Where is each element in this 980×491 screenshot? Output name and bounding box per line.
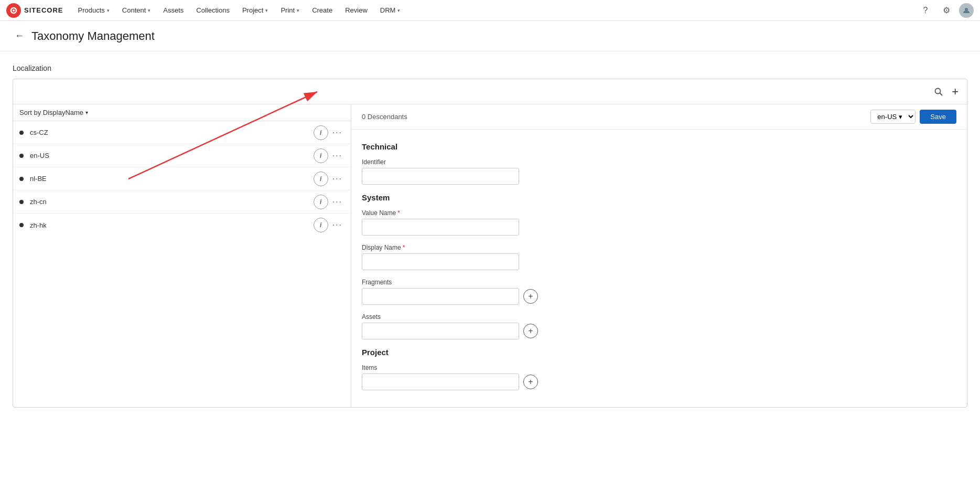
add-assets-button[interactable]: + bbox=[523, 324, 538, 338]
chevron-down-icon: ▾ bbox=[107, 8, 110, 13]
top-navigation: SITECORE Products ▾ Content ▾ Assets Col… bbox=[0, 0, 980, 21]
item-actions: i ··· bbox=[314, 172, 344, 186]
value-name-field-group: Value Name * bbox=[362, 209, 956, 236]
info-button[interactable]: i bbox=[314, 148, 328, 163]
sort-button[interactable]: Sort by DisplayName ▾ bbox=[19, 109, 88, 116]
list-item: nl-BE i ··· bbox=[13, 167, 351, 190]
bullet-icon bbox=[19, 154, 24, 158]
fragments-field-row: + bbox=[362, 288, 956, 305]
save-button[interactable]: Save bbox=[920, 110, 956, 124]
chevron-down-icon: ▾ bbox=[148, 8, 150, 13]
panel-body: Sort by DisplayName ▾ cs-CZ i ··· en-US bbox=[13, 104, 967, 407]
nav-right-icons: ? ⚙ bbox=[917, 2, 974, 19]
svg-point-3 bbox=[935, 88, 941, 93]
detail-body: Technical Identifier System Value Name * bbox=[351, 130, 967, 407]
back-button[interactable]: ← bbox=[13, 28, 26, 44]
assets-field-row: + bbox=[362, 323, 956, 339]
detail-header: 0 Descendants en-US ▾ Save bbox=[351, 104, 967, 130]
nav-item-review[interactable]: Review bbox=[339, 0, 374, 21]
fragments-label: Fragments bbox=[362, 279, 956, 286]
page-header: ← Taxonomy Management bbox=[0, 21, 980, 51]
bullet-icon bbox=[19, 177, 24, 181]
info-button[interactable]: i bbox=[314, 218, 328, 232]
bullet-icon bbox=[19, 200, 24, 204]
more-button[interactable]: ··· bbox=[330, 173, 344, 185]
user-avatar[interactable] bbox=[959, 3, 974, 18]
nav-item-products[interactable]: Products ▾ bbox=[71, 0, 115, 21]
item-actions: i ··· bbox=[314, 148, 344, 163]
list-item: zh-cn i ··· bbox=[13, 190, 351, 214]
add-fragments-button[interactable]: + bbox=[523, 289, 538, 304]
chevron-down-icon: ▾ bbox=[297, 8, 299, 13]
more-button[interactable]: ··· bbox=[330, 219, 344, 231]
chevron-down-icon: ▾ bbox=[265, 8, 268, 13]
search-button[interactable] bbox=[932, 85, 945, 99]
items-input[interactable] bbox=[362, 373, 519, 390]
add-items-button[interactable]: + bbox=[523, 375, 538, 389]
help-button[interactable]: ? bbox=[917, 2, 934, 19]
bullet-icon bbox=[19, 131, 24, 135]
panel-toolbar: + bbox=[13, 79, 967, 104]
fragments-field-group: Fragments + bbox=[362, 279, 956, 305]
logo-text: SITECORE bbox=[24, 6, 63, 14]
nav-item-print[interactable]: Print ▾ bbox=[274, 0, 306, 21]
display-name-input[interactable] bbox=[362, 253, 519, 270]
items-label: Items bbox=[362, 364, 956, 371]
display-name-label: Display Name * bbox=[362, 244, 956, 251]
more-button[interactable]: ··· bbox=[330, 127, 344, 138]
logo[interactable]: SITECORE bbox=[6, 3, 63, 18]
assets-input[interactable] bbox=[362, 323, 519, 339]
more-button[interactable]: ··· bbox=[330, 196, 344, 208]
technical-section-heading: Technical bbox=[362, 142, 956, 151]
nav-item-assets[interactable]: Assets bbox=[157, 0, 190, 21]
list-item: zh-hk i ··· bbox=[13, 214, 351, 237]
value-name-input[interactable] bbox=[362, 219, 519, 236]
descendants-count: 0 Descendants bbox=[362, 113, 407, 121]
item-actions: i ··· bbox=[314, 125, 344, 140]
items-field-group: Items + bbox=[362, 364, 956, 390]
list-item: cs-CZ i ··· bbox=[13, 121, 351, 144]
identifier-field-group: Identifier bbox=[362, 158, 956, 185]
localization-label: Localization bbox=[13, 64, 967, 72]
locale-select[interactable]: en-US ▾ bbox=[870, 110, 916, 124]
settings-button[interactable]: ⚙ bbox=[938, 2, 955, 19]
taxonomy-panel: + Sort by DisplayName ▾ bbox=[13, 79, 967, 408]
more-button[interactable]: ··· bbox=[330, 150, 344, 162]
info-button[interactable]: i bbox=[314, 172, 328, 186]
required-indicator: * bbox=[397, 209, 400, 217]
svg-point-1 bbox=[13, 9, 15, 12]
detail-header-right: en-US ▾ Save bbox=[870, 110, 956, 124]
identifier-input[interactable] bbox=[362, 168, 519, 185]
system-section-heading: System bbox=[362, 193, 956, 202]
bullet-icon bbox=[19, 223, 24, 227]
project-section-heading: Project bbox=[362, 348, 956, 357]
add-item-button[interactable]: + bbox=[950, 84, 961, 100]
fragments-input[interactable] bbox=[362, 288, 519, 305]
page-title: Taxonomy Management bbox=[31, 29, 155, 43]
info-button[interactable]: i bbox=[314, 195, 328, 209]
chevron-down-icon: ▾ bbox=[85, 110, 88, 115]
detail-panel: 0 Descendants en-US ▾ Save Technical Ide… bbox=[351, 104, 967, 407]
items-field-row: + bbox=[362, 373, 956, 390]
nav-item-project[interactable]: Project ▾ bbox=[236, 0, 274, 21]
sort-bar: Sort by DisplayName ▾ bbox=[13, 104, 351, 121]
nav-item-create[interactable]: Create bbox=[306, 0, 339, 21]
item-actions: i ··· bbox=[314, 195, 344, 209]
info-button[interactable]: i bbox=[314, 125, 328, 140]
nav-items: Products ▾ Content ▾ Assets Collections … bbox=[71, 0, 917, 21]
list-item: en-US i ··· bbox=[13, 144, 351, 167]
display-name-field-group: Display Name * bbox=[362, 244, 956, 270]
assets-field-group: Assets + bbox=[362, 313, 956, 339]
identifier-label: Identifier bbox=[362, 158, 956, 166]
main-content: Localization + bbox=[0, 51, 980, 420]
list-panel: Sort by DisplayName ▾ cs-CZ i ··· en-US bbox=[13, 104, 351, 407]
sitecore-logo-icon bbox=[6, 3, 21, 18]
assets-label: Assets bbox=[362, 313, 956, 321]
chevron-down-icon: ▾ bbox=[397, 8, 400, 13]
svg-line-4 bbox=[940, 93, 943, 95]
nav-item-content[interactable]: Content ▾ bbox=[116, 0, 157, 21]
required-indicator: * bbox=[403, 244, 405, 251]
value-name-label: Value Name * bbox=[362, 209, 956, 217]
nav-item-drm[interactable]: DRM ▾ bbox=[374, 0, 407, 21]
nav-item-collections[interactable]: Collections bbox=[190, 0, 236, 21]
